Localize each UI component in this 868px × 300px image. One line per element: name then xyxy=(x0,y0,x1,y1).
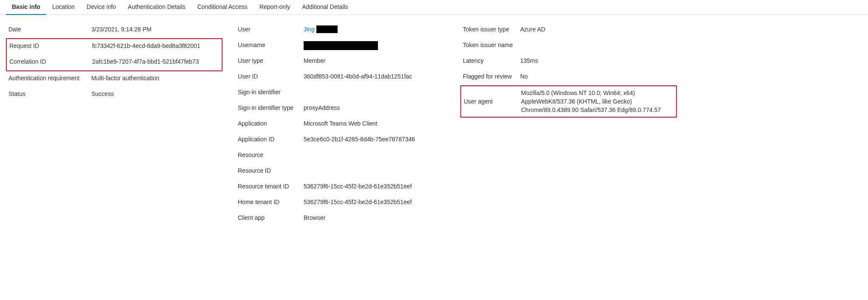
tab-location[interactable]: Location xyxy=(46,0,81,14)
row-resource: Resource xyxy=(235,148,448,164)
row-resource-tenant-id: Resource tenant ID 536279f6-15cc-45f2-be… xyxy=(235,179,448,195)
label-latency: Latency xyxy=(463,56,520,65)
label-token-issuer-name: Token issuer name xyxy=(463,41,520,49)
row-user-agent: User agent Mozilla/5.0 (Windows NT 10.0;… xyxy=(461,86,676,117)
value-token-issuer-type: Azure AD xyxy=(520,25,545,34)
column-2: User Jing Username User type Member User… xyxy=(235,22,448,227)
row-signin-identifier-type: Sign-in identifier type proxyAddress xyxy=(235,101,448,117)
value-request-id: fc73342f-621b-4ecd-8da9-bed8a3f82001 xyxy=(92,42,200,50)
row-username: Username xyxy=(235,38,448,54)
value-latency: 135ms xyxy=(520,56,538,65)
label-status: Status xyxy=(8,90,91,98)
value-resource-tenant-id: 536279f6-15cc-45f2-be2d-61e352b51eef xyxy=(304,182,412,191)
label-signin-identifier-type: Sign-in identifier type xyxy=(238,104,304,112)
value-user-agent: Mozilla/5.0 (Windows NT 10.0; Win64; x64… xyxy=(521,89,674,114)
value-flagged-for-review: No xyxy=(520,72,528,81)
row-resource-id: Resource ID xyxy=(235,164,448,179)
row-request-id: Request ID fc73342f-621b-4ecd-8da9-bed8a… xyxy=(7,39,222,55)
row-application-id: Application ID 5e3ce6c0-2b1f-4285-8d4b-7… xyxy=(235,132,448,148)
value-user-id: 360df853-0081-4b0d-af94-11dab1251fac xyxy=(304,72,412,81)
label-flagged-for-review: Flagged for review xyxy=(463,72,520,81)
label-user-id: User ID xyxy=(238,72,304,81)
value-signin-identifier-type: proxyAddress xyxy=(304,104,340,112)
value-username xyxy=(304,41,378,50)
row-client-app: Client app Browser xyxy=(235,211,448,227)
row-home-tenant-id: Home tenant ID 536279f6-15cc-45f2-be2d-6… xyxy=(235,195,448,211)
tab-additional-details[interactable]: Additional Details xyxy=(296,0,354,14)
row-auth-requirement: Authentication requirement Multi-factor … xyxy=(6,71,223,87)
value-date: 3/23/2021, 9:14:28 PM xyxy=(91,25,152,34)
column-1: Date 3/23/2021, 9:14:28 PM Request ID fc… xyxy=(6,22,223,227)
value-status: Success xyxy=(91,90,114,98)
row-status: Status Success xyxy=(6,87,223,103)
label-resource: Resource xyxy=(238,151,304,159)
highlight-request-correlation: Request ID fc73342f-621b-4ecd-8da9-bed8a… xyxy=(6,38,223,71)
label-auth-requirement: Authentication requirement xyxy=(8,74,91,82)
value-application-id: 5e3ce6c0-2b1f-4285-8d4b-75ee78787346 xyxy=(304,135,415,143)
tab-device-info[interactable]: Device info xyxy=(81,0,122,14)
row-latency: Latency 135ms xyxy=(460,54,677,70)
label-username: Username xyxy=(238,41,304,49)
tab-basic-info[interactable]: Basic info xyxy=(6,0,46,14)
label-token-issuer-type: Token issuer type xyxy=(463,25,520,34)
details-content: Date 3/23/2021, 9:14:28 PM Request ID fc… xyxy=(0,15,868,227)
value-user-type: Member xyxy=(304,56,325,65)
value-client-app: Browser xyxy=(304,213,325,222)
value-application: Microsoft Teams Web Client xyxy=(304,119,378,128)
label-client-app: Client app xyxy=(238,213,304,222)
value-home-tenant-id: 536279f6-15cc-45f2-be2d-61e352b51eef xyxy=(304,198,412,206)
label-user-agent: User agent xyxy=(464,97,521,106)
label-signin-identifier: Sign-in identifier xyxy=(238,88,304,96)
redacted-user-suffix xyxy=(316,25,338,33)
label-application: Application xyxy=(238,119,304,128)
highlight-user-agent: User agent Mozilla/5.0 (Windows NT 10.0;… xyxy=(460,85,677,118)
row-correlation-id: Correlation ID 2afc1be9-7207-4f7a-bbd1-5… xyxy=(7,55,222,70)
redacted-username xyxy=(304,41,378,50)
row-token-issuer-type: Token issuer type Azure AD xyxy=(460,22,677,38)
row-application: Application Microsoft Teams Web Client xyxy=(235,117,448,132)
label-request-id: Request ID xyxy=(9,42,92,50)
tab-conditional-access[interactable]: Conditional Access xyxy=(192,0,254,14)
value-correlation-id: 2afc1be9-7207-4f7a-bbd1-521bf47feb73 xyxy=(92,57,199,66)
label-date: Date xyxy=(8,25,91,34)
row-user: User Jing xyxy=(235,22,448,38)
row-user-id: User ID 360df853-0081-4b0d-af94-11dab125… xyxy=(235,70,448,85)
row-signin-identifier: Sign-in identifier xyxy=(235,85,448,101)
value-user: Jing xyxy=(304,25,338,34)
tab-report-only[interactable]: Report-only xyxy=(254,0,296,14)
label-home-tenant-id: Home tenant ID xyxy=(238,198,304,206)
tabs-bar: Basic info Location Device info Authenti… xyxy=(0,0,868,15)
value-auth-requirement: Multi-factor authentication xyxy=(91,74,159,82)
label-correlation-id: Correlation ID xyxy=(9,57,92,66)
label-application-id: Application ID xyxy=(238,135,304,143)
column-3: Token issuer type Azure AD Token issuer … xyxy=(460,22,677,227)
row-token-issuer-name: Token issuer name xyxy=(460,38,677,54)
tab-authentication-details[interactable]: Authentication Details xyxy=(122,0,191,14)
label-user-type: User type xyxy=(238,56,304,65)
user-link[interactable]: Jing xyxy=(304,25,315,34)
row-user-type: User type Member xyxy=(235,54,448,70)
label-resource-tenant-id: Resource tenant ID xyxy=(238,182,304,191)
label-resource-id: Resource ID xyxy=(238,166,304,175)
row-flagged-for-review: Flagged for review No xyxy=(460,70,677,85)
label-user: User xyxy=(238,25,304,34)
row-date: Date 3/23/2021, 9:14:28 PM xyxy=(6,22,223,38)
